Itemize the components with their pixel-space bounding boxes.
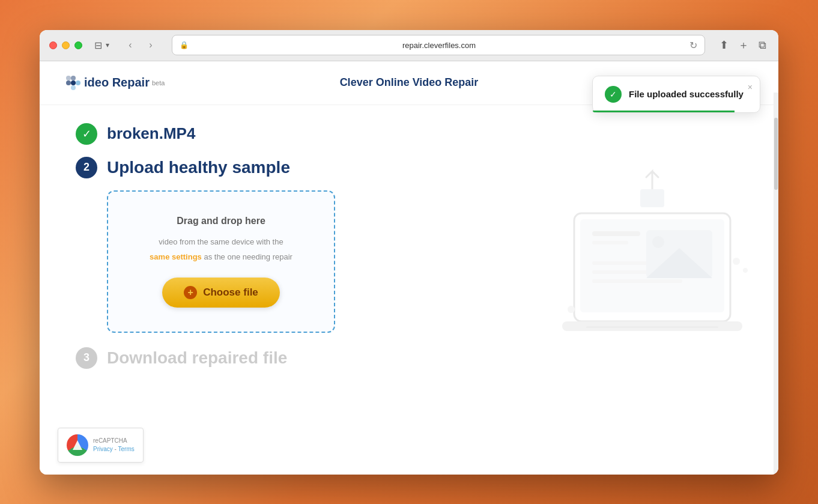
svg-point-2 [66,80,71,85]
main-content: ✓ broken.MP4 2 Upload healthy sample Dra… [40,105,778,387]
sidebar-icon[interactable]: ⊟ [94,40,102,51]
logo: ideo Repair beta [64,73,165,93]
toast-progress-bar [593,111,735,112]
svg-point-19 [733,258,740,265]
toast-notification: ✓ File uploaded successfully × [592,76,760,113]
logo-beta: beta [152,79,165,87]
privacy-link[interactable]: Privacy [93,446,113,452]
fullscreen-button[interactable] [74,41,82,49]
svg-rect-8 [592,231,640,236]
upload-drop-zone[interactable]: Drag and drop here video from the same d… [107,190,335,333]
nav-buttons: ‹ › [121,36,160,54]
recaptcha-label: reCAPTCHA [93,437,135,445]
browser-window: ⊟ ▾ ‹ › 🔒 repair.cleverfiles.com ↻ ⬆ ＋ ⧉ [40,30,778,475]
svg-rect-12 [592,279,682,283]
lock-icon: 🔒 [180,41,189,49]
step3-title: Download repaired file [107,348,287,368]
recaptcha-links: Privacy - Terms [93,445,135,454]
toolbar-actions: ⬆ ＋ ⧉ [717,35,769,55]
page-content: ideo Repair beta Clever Online Video Rep… [40,61,778,475]
scrollbar[interactable] [774,93,778,475]
window-controls: ⊟ ▾ [94,40,109,51]
recaptcha-text: reCAPTCHA Privacy - Terms [93,437,135,454]
svg-point-21 [568,306,575,313]
recaptcha-logo [67,434,88,456]
site-title: Clever Online Video Repair [340,76,479,89]
toast-message: File uploaded successfully [629,89,744,99]
scrollbar-thumb[interactable] [774,118,778,190]
choose-file-label: Choose file [203,287,258,299]
svg-rect-18 [640,189,664,207]
step3-number: 3 [76,347,97,369]
hint-text: video from the same device with the [132,236,310,248]
terms-link[interactable]: Terms [118,446,135,452]
choose-file-button[interactable]: + Choose file [162,278,280,308]
plus-icon: + [184,286,197,299]
reload-button[interactable]: ↻ [689,40,697,51]
same-settings-link[interactable]: same settings [150,252,202,261]
toast-close-button[interactable]: × [748,82,753,92]
svg-point-3 [71,80,76,85]
svg-point-0 [66,76,71,80]
address-bar[interactable]: 🔒 repair.cleverfiles.com ↻ [172,35,705,55]
svg-point-20 [743,268,748,273]
browser-toolbar: ⊟ ▾ ‹ › 🔒 repair.cleverfiles.com ↻ ⬆ ＋ ⧉ [40,30,778,61]
close-button[interactable] [49,41,57,49]
logo-icon [64,73,83,93]
svg-rect-9 [592,241,628,244]
step2-number: 2 [76,157,97,178]
toast-check-icon: ✓ [605,86,622,103]
hint-text2: same settings as the one needing repair [132,251,310,263]
traffic-lights [49,41,82,49]
svg-point-4 [76,80,80,85]
svg-point-14 [652,236,664,248]
illustration [526,141,778,393]
tabs-icon[interactable]: ⧉ [756,37,769,54]
hint-line2: as the one needing repair [202,252,292,261]
share-icon[interactable]: ⬆ [717,36,731,54]
step1-check-icon: ✓ [76,123,97,145]
chevron-down-icon[interactable]: ▾ [106,41,109,49]
back-button[interactable]: ‹ [121,36,139,54]
recaptcha-icon [71,439,84,452]
url-text: repair.cleverfiles.com [193,41,685,50]
minimize-button[interactable] [62,41,70,49]
step1-filename: broken.MP4 [107,124,195,143]
forward-button[interactable]: › [142,36,160,54]
hint-line1: video from the same device with the [159,237,283,246]
svg-point-1 [71,76,76,80]
step2-title: Upload healthy sample [107,158,290,177]
logo-text: ideo Repair [84,76,150,90]
drag-text: Drag and drop here [132,216,310,226]
svg-rect-17 [586,326,718,328]
svg-point-5 [71,85,76,90]
recaptcha-widget: reCAPTCHA Privacy - Terms [58,428,144,463]
new-tab-icon[interactable]: ＋ [736,35,751,55]
